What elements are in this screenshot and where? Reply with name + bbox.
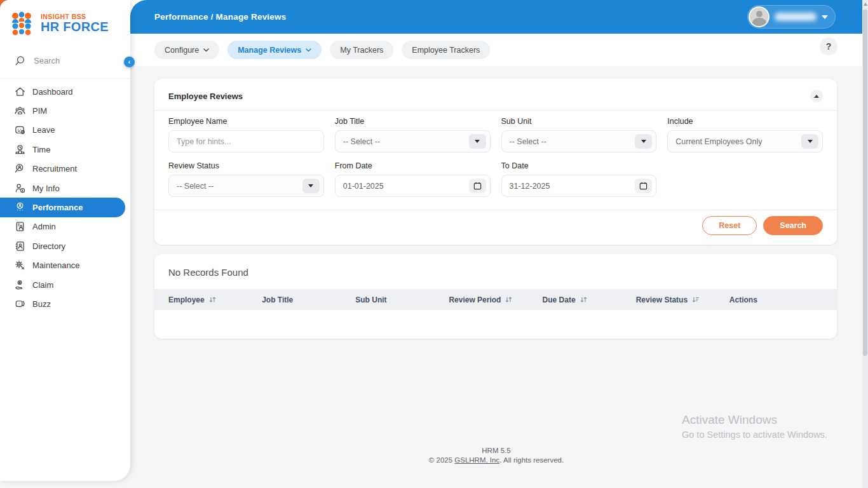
sidebar-item-label: Performance	[32, 203, 83, 212]
sidebar: INSIGHT BSS HR FORCE Search Dashboard PI…	[0, 0, 130, 481]
people-icon	[14, 105, 26, 117]
my-info-icon	[14, 182, 26, 194]
module-tab-bar: Configure Manage Reviews My Trackers Emp…	[130, 34, 862, 66]
top-header-bar: Performance / Manage Reviews	[130, 0, 862, 34]
footer-version: HRM 5.5	[130, 446, 862, 456]
dropdown-caret-icon	[801, 134, 818, 149]
sidebar-item-label: Maintenance	[32, 261, 79, 270]
sidebar-item-directory[interactable]: Directory	[0, 236, 130, 255]
sidebar-item-label: Dashboard	[32, 87, 73, 97]
copyright-prefix: © 2025	[429, 456, 454, 464]
field-label: To Date	[501, 161, 657, 170]
sort-icon	[505, 296, 512, 303]
claim-icon	[14, 279, 26, 291]
brand-line2: HR FORCE	[41, 20, 109, 33]
footer-copyright: © 2025 GSLHRM, Inc. All rights reserved.	[130, 456, 862, 465]
job-title-select[interactable]: -- Select --	[335, 130, 491, 152]
scrollbar-thumb[interactable]	[863, 10, 867, 356]
scrollbar-up-arrow[interactable]	[864, 3, 867, 6]
copyright-suffix: . All rights reserved.	[499, 456, 564, 464]
sidebar-item-buzz[interactable]: Buzz	[0, 294, 130, 313]
field-to-date: To Date 31-12-2025	[501, 161, 657, 197]
sidebar-item-performance[interactable]: Performance	[0, 198, 125, 217]
user-menu-button[interactable]	[747, 5, 836, 29]
column-header-due-date[interactable]: Due Date	[543, 295, 636, 304]
column-header-job-title[interactable]: Job Title	[262, 295, 355, 304]
chevron-up-icon	[814, 95, 819, 98]
field-review-status: Review Status -- Select --	[168, 161, 324, 197]
sidebar-item-label: Recruitment	[32, 164, 77, 173]
tab-employee-trackers[interactable]: Employee Trackers	[402, 41, 490, 59]
dropdown-caret-icon	[469, 134, 486, 149]
results-card: No Records Found Employee Job Title Sub …	[154, 254, 837, 339]
column-label: Employee	[168, 295, 205, 304]
search-button[interactable]: Search	[763, 216, 823, 235]
tab-configure[interactable]: Configure	[154, 41, 219, 59]
results-table-header: Employee Job Title Sub Unit Review Perio…	[154, 289, 837, 310]
breadcrumb: Performance / Manage Reviews	[130, 12, 286, 22]
help-button[interactable]: ?	[820, 37, 837, 55]
employee-name-input[interactable]	[168, 130, 324, 152]
sub-unit-select[interactable]: -- Select --	[501, 130, 657, 152]
sort-icon	[209, 296, 216, 303]
reset-button[interactable]: Reset	[702, 216, 757, 235]
sidebar-search[interactable]: Search	[0, 41, 130, 79]
column-header-employee[interactable]: Employee	[168, 295, 262, 304]
scrollbar[interactable]	[862, 0, 868, 488]
no-records-message: No Records Found	[154, 254, 837, 289]
column-label: Review Period	[449, 295, 501, 304]
divider	[154, 110, 837, 111]
column-label: Actions	[729, 295, 757, 304]
sidebar-item-my-info[interactable]: My Info	[0, 179, 130, 198]
sidebar-nav: Dashboard PIM Leave Time Recruitment My …	[0, 82, 130, 314]
gslhrm-link[interactable]: GSLHRM, Inc	[454, 456, 499, 464]
column-header-actions[interactable]: Actions	[729, 295, 823, 304]
sidebar-item-recruitment[interactable]: Recruitment	[0, 159, 130, 179]
column-label: Sub Unit	[355, 295, 386, 304]
field-label: From Date	[335, 161, 491, 170]
sidebar-item-dashboard[interactable]: Dashboard	[0, 82, 130, 101]
search-placeholder: Search	[34, 56, 60, 65]
sidebar-item-claim[interactable]: Claim	[0, 275, 130, 294]
sidebar-item-pim[interactable]: PIM	[0, 101, 130, 120]
search-icon	[14, 55, 26, 67]
tab-manage-reviews[interactable]: Manage Reviews	[227, 41, 322, 59]
brand-logo[interactable]: INSIGHT BSS HR FORCE	[0, 0, 130, 41]
sidebar-item-label: Directory	[32, 241, 65, 251]
field-sub-unit: Sub Unit -- Select --	[501, 117, 657, 152]
leave-icon	[14, 124, 26, 136]
include-select[interactable]: Current Employees Only	[667, 130, 823, 152]
column-header-review-status[interactable]: Review Status	[636, 295, 729, 304]
selected-value: -- Select --	[510, 137, 546, 146]
field-label: Employee Name	[168, 117, 324, 126]
employee-reviews-filter-card: Employee Reviews Employee Name Job Title…	[154, 79, 837, 245]
sidebar-collapse-button[interactable]: ‹	[124, 57, 135, 67]
sidebar-item-time[interactable]: Time	[0, 140, 130, 159]
collapse-panel-button[interactable]	[810, 90, 823, 102]
date-value: 31-12-2025	[510, 182, 550, 191]
sidebar-item-label: Leave	[32, 125, 55, 135]
tab-my-trackers[interactable]: My Trackers	[330, 41, 393, 59]
buzz-icon	[14, 298, 26, 310]
field-job-title: Job Title -- Select --	[335, 117, 491, 152]
field-label: Sub Unit	[501, 117, 657, 126]
tab-label: Configure	[165, 46, 199, 55]
field-label: Include	[667, 117, 823, 126]
tab-label: My Trackers	[340, 46, 383, 55]
footer: HRM 5.5 © 2025 GSLHRM, Inc. All rights r…	[130, 446, 862, 465]
sort-amount-icon	[692, 296, 699, 303]
sidebar-item-admin[interactable]: Admin	[0, 217, 130, 236]
field-label: Review Status	[168, 161, 324, 170]
column-header-review-period[interactable]: Review Period	[449, 295, 542, 304]
selected-value: -- Select --	[177, 182, 214, 191]
from-date-input[interactable]: 01-01-2025	[335, 175, 491, 197]
review-status-select[interactable]: -- Select --	[168, 175, 324, 197]
sidebar-item-leave[interactable]: Leave	[0, 121, 130, 140]
admin-icon	[14, 220, 26, 233]
main-content: Employee Reviews Employee Name Job Title…	[130, 66, 862, 488]
sidebar-item-label: PIM	[32, 106, 47, 116]
sidebar-item-maintenance[interactable]: Maintenance	[0, 256, 130, 275]
column-header-sub-unit[interactable]: Sub Unit	[355, 295, 449, 304]
maintenance-icon	[14, 259, 26, 271]
to-date-input[interactable]: 31-12-2025	[501, 175, 657, 197]
